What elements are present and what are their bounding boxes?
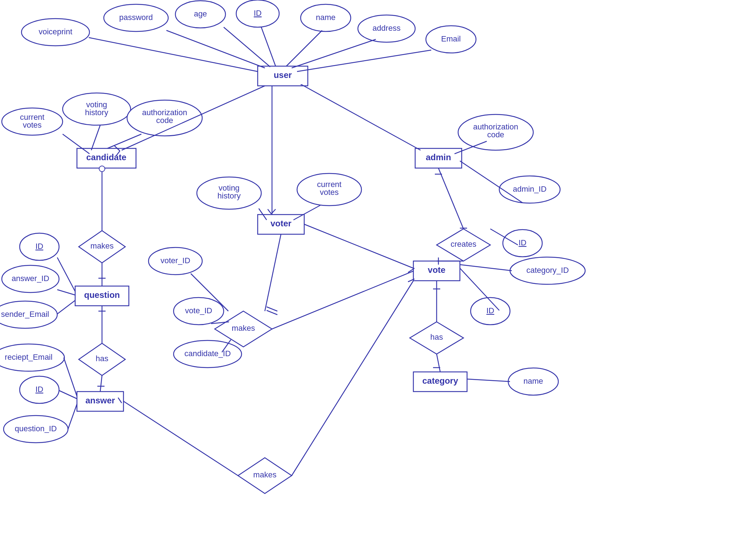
line-user-admin bbox=[302, 85, 421, 150]
attr-voting-history-candidate-label2: history bbox=[85, 108, 108, 117]
attr-voiceprint-label: voiceprint bbox=[39, 27, 72, 36]
attr-question-id-label: ID bbox=[35, 242, 43, 251]
attr-address-label: address bbox=[373, 24, 400, 33]
line-bottom-makes-vote bbox=[292, 281, 413, 476]
line-answer-makes bbox=[123, 401, 238, 476]
er-diagram: user candidate admin voter vote question… bbox=[0, 0, 748, 560]
attr-current-votes-label2: votes bbox=[23, 121, 42, 129]
attr-reciept-email-label: reciept_Email bbox=[5, 353, 52, 362]
line-cand-authcode bbox=[107, 134, 141, 148]
line-has-answer bbox=[100, 375, 102, 392]
entity-answer-label: answer bbox=[86, 396, 115, 405]
attr-candidate-id-label: candidate_ID bbox=[184, 349, 231, 358]
line-cand-votinghistory bbox=[91, 125, 100, 150]
attr-category-id-label: category_ID bbox=[526, 266, 569, 275]
attr-question-id2-label: question_ID bbox=[15, 424, 57, 433]
line-voter-makes bbox=[265, 234, 281, 311]
entity-admin-label: admin bbox=[426, 152, 451, 162]
rel-creates-label: creates bbox=[451, 240, 476, 249]
attr-password-label: password bbox=[119, 13, 153, 22]
line-vote-categoryid bbox=[460, 265, 512, 271]
line-user-name bbox=[286, 30, 322, 66]
rel-has-question-label: has bbox=[96, 354, 108, 363]
attr-answer-id-label: answer_ID bbox=[11, 274, 49, 283]
line-admin-creates bbox=[438, 168, 463, 229]
attr-name-label: name bbox=[316, 13, 335, 22]
line-q-answerid bbox=[57, 290, 75, 295]
attr-user-id-label: ID bbox=[254, 9, 262, 18]
attr-category-name-label: name bbox=[523, 377, 543, 385]
line-q-senderemail bbox=[57, 300, 75, 314]
line-crowfoot-voter-1 bbox=[268, 209, 271, 214]
attr-admin-id-label: admin_ID bbox=[513, 185, 547, 193]
line-makes-vote bbox=[272, 271, 413, 329]
entity-category-label: category bbox=[422, 376, 458, 385]
rel-makes-answer-label: makes bbox=[253, 470, 277, 479]
attr-creates-id-label: ID bbox=[519, 238, 526, 247]
attr-answer-id2-label: ID bbox=[35, 385, 43, 394]
line-voter-vote bbox=[304, 224, 413, 268]
entity-voter-label: voter bbox=[271, 218, 292, 228]
attr-auth-code-candidate-label2: code bbox=[156, 116, 173, 125]
line-ans-rcemail bbox=[64, 358, 77, 396]
attr-email-label: Email bbox=[441, 34, 461, 43]
line-user-email bbox=[297, 50, 431, 72]
line-cat-name bbox=[467, 379, 510, 382]
line-voter-currentvotes bbox=[293, 205, 320, 220]
line-has-category bbox=[437, 354, 440, 372]
line-ans-id bbox=[59, 390, 77, 399]
line-user-id bbox=[261, 27, 276, 66]
line-user-address bbox=[292, 39, 376, 68]
attr-vote-id2-label: ID bbox=[486, 306, 494, 315]
tick-voter-makes1 bbox=[267, 307, 277, 311]
tick-voter-makes2 bbox=[267, 310, 277, 315]
rel-makes-voter-label: makes bbox=[232, 324, 255, 333]
attr-current-votes-voter-label2: votes bbox=[320, 188, 339, 197]
entity-user-label: user bbox=[274, 70, 292, 80]
attr-voter-id-label: voter_ID bbox=[160, 256, 190, 265]
opt-circle-cand bbox=[99, 166, 105, 172]
attr-voting-history-voter-label2: history bbox=[218, 191, 241, 200]
entity-question-label: question bbox=[84, 290, 120, 300]
attr-age-label: age bbox=[194, 9, 207, 18]
rel-makes-candidate-label: makes bbox=[91, 241, 114, 250]
attr-vote-id-label: vote_ID bbox=[185, 306, 212, 315]
line-user-voiceprint bbox=[89, 38, 258, 72]
rel-has-vote-label: has bbox=[430, 333, 443, 342]
line-q-id bbox=[57, 257, 75, 291]
line-ans-qid bbox=[68, 404, 77, 429]
entity-vote-label: vote bbox=[428, 265, 445, 275]
line-cand-currentvotes bbox=[63, 134, 89, 154]
entity-candidate-label: candidate bbox=[86, 152, 126, 162]
attr-sender-email-label: sender_Email bbox=[1, 310, 49, 319]
attr-auth-code-admin-label2: code bbox=[487, 130, 504, 139]
